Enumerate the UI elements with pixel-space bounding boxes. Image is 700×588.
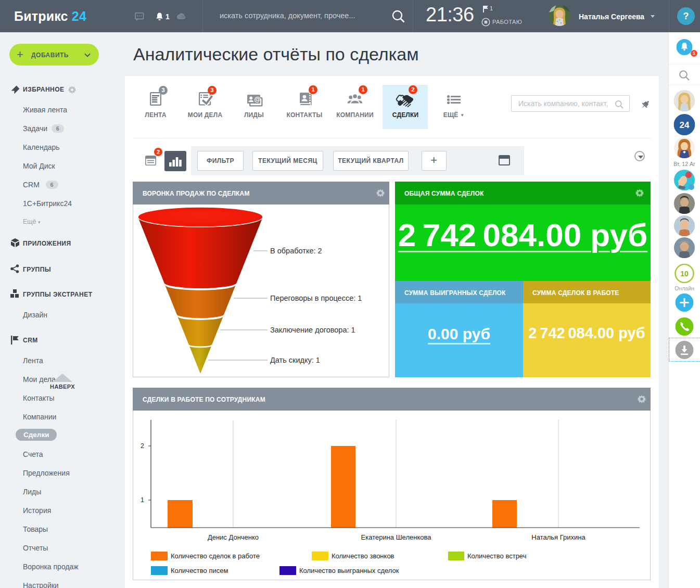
svg-text:Количество писем: Количество писем xyxy=(171,567,228,574)
svg-text:Количество встреч: Количество встреч xyxy=(467,552,526,560)
svg-text:В обработке: 2: В обработке: 2 xyxy=(270,247,322,255)
svg-text:2: 2 xyxy=(141,442,144,450)
svg-text:Наталья Грихина: Наталья Грихина xyxy=(531,533,586,541)
svg-text:Количество сделок в работе: Количество сделок в работе xyxy=(171,552,260,560)
svg-text:Переговоры в процессе: 1: Переговоры в процессе: 1 xyxy=(270,294,362,302)
svg-text:Дать скидку: 1: Дать скидку: 1 xyxy=(270,356,320,364)
svg-text:Заключение договора: 1: Заключение договора: 1 xyxy=(270,326,355,334)
svg-text:1: 1 xyxy=(141,496,144,504)
svg-text:Екатерина Шеленкова: Екатерина Шеленкова xyxy=(361,533,432,541)
svg-text:Денис Донченко: Денис Донченко xyxy=(208,533,259,541)
svg-text:10: 10 xyxy=(680,270,689,278)
svg-text:@: @ xyxy=(254,96,260,103)
svg-text:Количество выигранных сделок: Количество выигранных сделок xyxy=(299,567,399,574)
svg-text:Количество звонков: Количество звонков xyxy=(332,552,394,560)
svg-text:24: 24 xyxy=(680,120,690,130)
